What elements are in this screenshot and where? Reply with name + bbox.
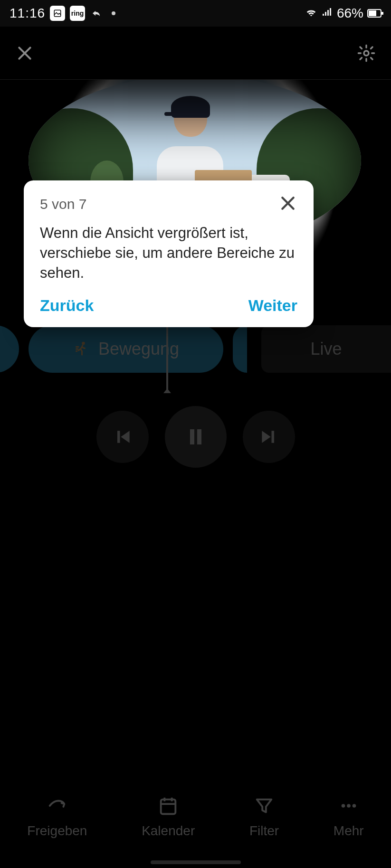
- live-button[interactable]: Live: [261, 325, 391, 373]
- more-icon: [338, 795, 360, 817]
- next-button[interactable]: [243, 411, 295, 463]
- svg-rect-3: [327, 10, 329, 16]
- svg-point-11: [347, 804, 351, 808]
- svg-rect-7: [190, 429, 194, 444]
- event-pill-prev[interactable]: [0, 325, 19, 373]
- nav-filter[interactable]: Filter: [249, 795, 279, 839]
- battery-percent: 66%: [337, 6, 363, 21]
- event-pill-motion[interactable]: Bewegung: [29, 325, 223, 373]
- skip-next-icon: [258, 426, 279, 447]
- calendar-icon: [157, 795, 179, 817]
- event-pill-next[interactable]: [233, 325, 247, 373]
- share-icon: [46, 795, 68, 817]
- ring-app-icon: ring: [70, 6, 85, 21]
- status-left: 11:16 ring: [10, 6, 115, 21]
- motion-icon: [73, 340, 90, 358]
- svg-point-10: [341, 804, 345, 808]
- live-label: Live: [310, 339, 342, 359]
- home-indicator[interactable]: [151, 860, 241, 864]
- close-button[interactable]: [11, 40, 38, 66]
- svg-point-12: [352, 804, 356, 808]
- gallery-icon: [50, 6, 65, 21]
- pause-icon: [184, 425, 207, 448]
- nav-share-label: Freigeben: [27, 823, 87, 839]
- pause-button[interactable]: [165, 406, 227, 468]
- skip-previous-icon: [112, 426, 133, 447]
- svg-rect-2: [325, 12, 326, 16]
- settings-button[interactable]: [353, 40, 380, 66]
- tooltip-next-button[interactable]: Weiter: [248, 296, 297, 315]
- previous-button[interactable]: [96, 411, 149, 463]
- battery-icon: [367, 9, 381, 18]
- filter-icon: [253, 795, 275, 817]
- svg-rect-4: [330, 8, 331, 16]
- svg-rect-1: [323, 14, 324, 16]
- clock: 11:16: [10, 6, 45, 21]
- playback-controls: [0, 399, 391, 475]
- wifi-icon: [305, 5, 318, 22]
- bottom-nav: Freigeben Kalender Filter Mehr: [0, 783, 391, 850]
- svg-rect-9: [161, 800, 176, 814]
- nav-more[interactable]: Mehr: [334, 795, 364, 839]
- notification-dot-icon: [112, 11, 115, 15]
- nav-share[interactable]: Freigeben: [27, 795, 87, 839]
- status-right: 66%: [305, 5, 381, 22]
- nav-calendar[interactable]: Kalender: [142, 795, 195, 839]
- onboarding-tooltip: 5 von 7 Wenn die Ansicht vergrößert ist,…: [24, 180, 314, 327]
- signal-icon: [322, 6, 333, 21]
- gear-icon: [357, 44, 376, 63]
- tooltip-close-button[interactable]: [278, 194, 297, 215]
- tooltip-text: Wenn die Ansicht vergrößert ist, verschi…: [40, 223, 297, 283]
- tooltip-step: 5 von 7: [40, 196, 86, 212]
- event-timeline[interactable]: Bewegung Live: [0, 318, 391, 380]
- app-top-bar: [0, 27, 391, 80]
- nav-filter-label: Filter: [249, 823, 279, 839]
- nav-more-label: Mehr: [334, 823, 364, 839]
- svg-point-5: [364, 51, 369, 56]
- nav-calendar-label: Kalender: [142, 823, 195, 839]
- reply-icon: [90, 7, 103, 20]
- svg-rect-8: [197, 429, 201, 444]
- status-bar: 11:16 ring 66%: [0, 0, 391, 27]
- tooltip-back-button[interactable]: Zurück: [40, 296, 94, 315]
- svg-point-6: [82, 342, 85, 345]
